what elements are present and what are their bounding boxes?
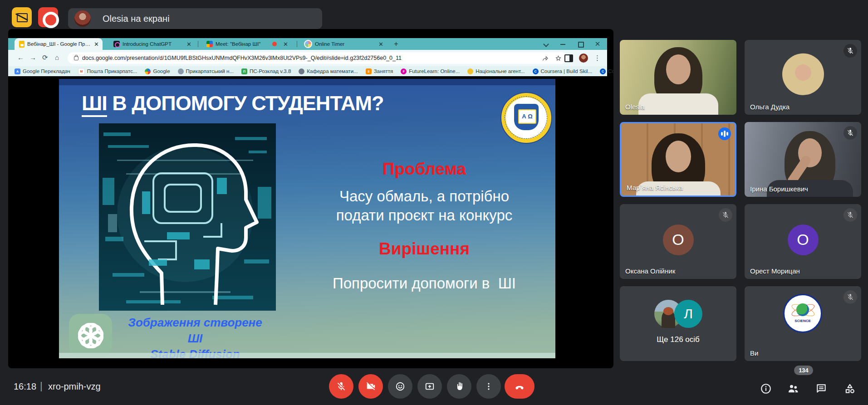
bookmark-star-icon[interactable] [555, 55, 562, 62]
chevron-down-icon[interactable] [543, 41, 549, 47]
mic-off-icon [843, 126, 857, 140]
presentation-slide: ШІ В ДОПОМОГУ СТУДЕНТАМ? А Ω [59, 79, 555, 358]
solution-line: Попросити допомоги в ШІ [311, 274, 538, 293]
google-slides-icon [19, 41, 25, 48]
share-icon[interactable] [542, 55, 549, 62]
timer-icon [304, 40, 312, 48]
minimize-button[interactable] [560, 41, 566, 47]
activities-button[interactable] [843, 382, 856, 395]
maximize-button[interactable] [577, 41, 584, 47]
bookmark-item[interactable]: Кафедра математи... [299, 68, 358, 74]
letter-avatar: О [663, 224, 694, 255]
tab-meet[interactable]: Meet: "Вебінар ШІ" ✕ [202, 38, 292, 50]
recording-indicator-icon[interactable] [38, 7, 58, 27]
tile-maryana-yasinska[interactable]: Мар`яна Ясінська [620, 122, 736, 197]
participant-name: Орест Морицан [750, 267, 800, 275]
tile-iryna-boryshkevych[interactable]: Ірина Боришкевич [745, 122, 861, 197]
bookmark-item[interactable]: AGoogle Перекладач [15, 68, 70, 74]
mic-off-icon [843, 208, 857, 222]
close-tab-icon[interactable]: ✕ [378, 41, 383, 48]
meeting-code: xro-pmih-vzg [48, 381, 101, 392]
tab-online-timer[interactable]: Online Timer ✕ [299, 38, 387, 50]
companion-mode-off-icon[interactable] [12, 7, 32, 27]
schedule-icon: П [241, 68, 247, 74]
gmail-icon: M [78, 68, 85, 75]
meet-window: Olesia на екрані Вебінар_ШІ - Google Пре… [0, 0, 868, 405]
bookmark-item[interactable]: Прикарпатський н... [178, 68, 234, 74]
close-tab-icon[interactable]: ✕ [283, 41, 288, 48]
participant-name: Оксана Олійник [625, 267, 675, 275]
browser-menu-icon[interactable]: ⋮ [594, 54, 601, 62]
close-tab-icon[interactable]: ✕ [186, 41, 191, 48]
problem-heading: Проблема [311, 160, 538, 179]
new-tab-button[interactable]: + [392, 39, 401, 49]
participant-name: Мар`яна Ясінська [627, 184, 683, 191]
participant-photo-avatar [782, 53, 824, 95]
chatgpt-icon [113, 41, 120, 47]
participant-name: Ірина Боришкевич [750, 185, 808, 193]
address-bar[interactable]: docs.google.com/presentation/d/1GMU9fLBS… [68, 52, 567, 64]
bookmark-item[interactable]: Google [145, 68, 170, 74]
forward-icon[interactable]: → [29, 54, 36, 61]
globe-icon [796, 303, 809, 316]
overflow-count-label: Ще 126 осіб [620, 335, 736, 344]
university-emblem: А Ω [500, 92, 552, 144]
present-screen-button[interactable] [417, 374, 442, 399]
presenting-chip[interactable]: Olesia на екрані [68, 8, 322, 29]
mic-toggle-button[interactable] [329, 374, 353, 399]
mic-off-icon [843, 290, 857, 304]
tab-slides[interactable]: Вебінар_ШІ - Google Презента... ✕ [15, 38, 103, 50]
meeting-details-button[interactable] [760, 382, 772, 395]
camera-toggle-button[interactable] [358, 374, 383, 399]
speaking-indicator-icon [718, 127, 731, 140]
reactions-button[interactable] [388, 374, 412, 399]
translate-icon: A [15, 68, 20, 74]
participants-count-badge: 134 [794, 366, 813, 375]
bookmark-item[interactable]: CCoursera | Build Skil... [533, 68, 593, 74]
tile-overflow-participants[interactable]: Л Ще 126 осіб [620, 286, 736, 361]
ai-head-image [99, 123, 276, 311]
bookmark-item[interactable]: ППС-Розклад v.3.8 [241, 68, 291, 74]
bookmark-item[interactable]: CCoursera [600, 68, 613, 74]
participant-name: Ольга Дудка [750, 103, 790, 111]
classroom-icon: З [366, 68, 372, 74]
close-tab-icon[interactable]: ✕ [94, 41, 99, 48]
tile-olesia[interactable]: Olesia [620, 40, 736, 115]
people-button[interactable] [787, 382, 799, 395]
bookmark-item[interactable]: FFutureLearn: Online... [401, 68, 460, 74]
site-icon [467, 68, 473, 74]
tile-orest-morytsan[interactable]: О Орест Морицан [745, 204, 861, 279]
slide-title: ШІ В ДОПОМОГУ СТУДЕНТАМ? [82, 92, 383, 115]
presenting-label: Olesia на екрані [103, 14, 170, 24]
back-icon[interactable]: ← [17, 54, 24, 61]
tab-chatgpt[interactable]: Introducing ChatGPT ✕ [109, 38, 195, 50]
clock-time: 16:18 [14, 381, 36, 392]
site-icon [178, 68, 184, 74]
bookmark-item[interactable]: MПошта Прикарпатс... [78, 68, 137, 75]
more-options-button[interactable] [476, 374, 501, 399]
solution-heading: Вирішення [311, 239, 538, 259]
side-panel-icon[interactable] [564, 54, 573, 62]
home-icon[interactable]: ⌂ [55, 54, 59, 61]
image-credit-caption: Зображення створене ШІ Stable Diffusion … [120, 315, 270, 358]
tile-you[interactable]: SCIENCE Ви [745, 286, 861, 361]
bookmark-item[interactable]: Національне агент... [467, 68, 525, 74]
close-window-button[interactable]: ✕ [594, 41, 601, 47]
end-call-button[interactable] [505, 374, 535, 399]
openai-logo [69, 314, 112, 357]
google-meet-icon [206, 41, 213, 47]
letter-avatar: Л [674, 300, 702, 328]
raise-hand-button[interactable] [447, 374, 471, 399]
tile-olga-dudka[interactable]: Ольга Дудка [745, 40, 861, 115]
profile-avatar[interactable] [579, 54, 588, 63]
slide-text-block: Проблема Часу обмаль, а потрібно подати … [311, 160, 538, 293]
science-logo-avatar: SCIENCE [783, 294, 822, 333]
bookmark-item[interactable]: ЗЗаняття [366, 68, 393, 74]
chat-button[interactable] [815, 382, 828, 395]
problem-line: Часу обмаль, а потрібно [311, 187, 538, 206]
reload-icon[interactable]: ⟳ [42, 54, 48, 62]
lock-icon [74, 56, 78, 60]
site-icon [299, 68, 304, 74]
tile-oksana-oliinyk[interactable]: О Оксана Олійник [620, 204, 736, 279]
url-text[interactable]: docs.google.com/presentation/d/1GMU9fLBS… [82, 55, 402, 61]
